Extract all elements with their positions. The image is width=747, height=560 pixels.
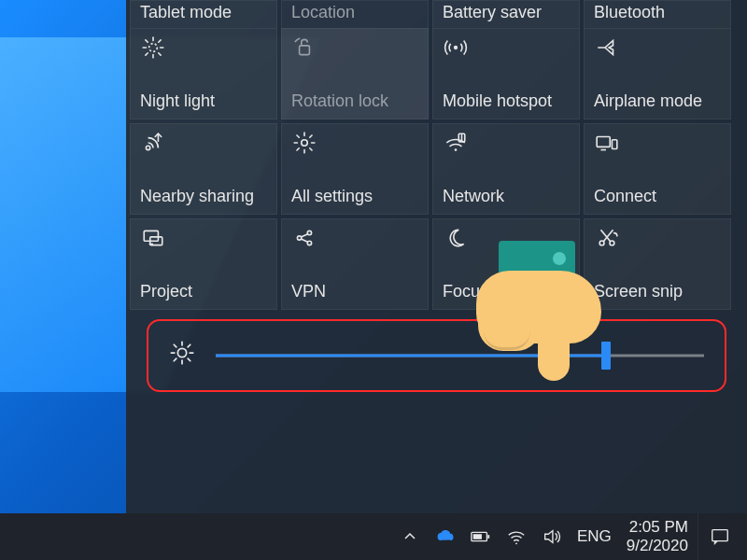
quick-action-airplane-mode[interactable]: Airplane mode xyxy=(584,28,731,119)
svg-rect-45 xyxy=(712,530,728,541)
quick-action-label: Tablet mode xyxy=(140,3,267,22)
quick-action-night-light[interactable]: Night light xyxy=(130,28,277,119)
svg-point-24 xyxy=(307,231,311,234)
svg-point-25 xyxy=(307,241,311,245)
battery-tray-icon[interactable] xyxy=(471,526,491,547)
svg-line-39 xyxy=(174,358,176,361)
quick-action-label: Nearby sharing xyxy=(140,187,267,206)
brightness-slider[interactable] xyxy=(216,346,704,365)
quick-action-all-settings[interactable]: All settings xyxy=(281,123,429,215)
svg-point-29 xyxy=(610,241,614,245)
quick-action-nearby-sharing[interactable]: Nearby sharing xyxy=(130,123,277,215)
svg-line-40 xyxy=(188,344,190,347)
quick-action-label: VPN xyxy=(291,282,418,301)
svg-point-23 xyxy=(297,236,301,240)
svg-point-10 xyxy=(454,46,458,49)
project-icon xyxy=(140,225,166,251)
tray-overflow-icon[interactable] xyxy=(400,526,420,547)
svg-point-0 xyxy=(149,44,158,52)
svg-rect-9 xyxy=(300,46,310,55)
svg-rect-17 xyxy=(597,137,610,147)
svg-rect-42 xyxy=(487,535,489,539)
quick-action-bluetooth[interactable]: Bluetooth xyxy=(584,0,731,28)
svg-line-26 xyxy=(301,234,307,237)
svg-point-13 xyxy=(302,140,308,147)
quick-action-rotation-lock[interactable]: Rotation lock xyxy=(281,28,429,119)
quick-action-label: Network xyxy=(443,187,570,206)
brightness-slider-callout xyxy=(147,319,726,392)
quick-action-project[interactable]: Project xyxy=(130,218,277,310)
svg-rect-43 xyxy=(473,534,482,539)
svg-point-14 xyxy=(455,148,458,151)
quick-action-label: All settings xyxy=(291,187,418,206)
quick-action-label: Focus assist xyxy=(443,282,570,301)
svg-line-6 xyxy=(159,53,161,55)
svg-line-27 xyxy=(301,239,307,242)
screen-snip-icon xyxy=(594,225,620,251)
airplane-icon xyxy=(594,35,620,61)
focus-assist-icon xyxy=(443,225,469,251)
svg-line-37 xyxy=(174,344,176,347)
svg-point-11 xyxy=(146,146,149,149)
nearby-sharing-icon xyxy=(140,130,166,156)
quick-action-label: Project xyxy=(140,282,267,301)
wifi-tray-icon[interactable] xyxy=(506,526,527,547)
slider-thumb[interactable] xyxy=(601,342,611,370)
volume-tray-icon[interactable] xyxy=(542,526,562,547)
night-light-icon xyxy=(140,35,166,61)
onedrive-icon[interactable] xyxy=(435,526,456,547)
quick-action-network[interactable]: Network xyxy=(432,123,580,215)
rotation-lock-icon xyxy=(291,35,317,61)
svg-rect-18 xyxy=(612,140,616,149)
svg-line-5 xyxy=(146,40,148,42)
network-icon xyxy=(443,130,469,156)
quick-action-focus-assist[interactable]: Focus assist xyxy=(432,218,580,310)
vpn-icon xyxy=(291,225,317,251)
system-tray xyxy=(400,526,562,547)
svg-point-28 xyxy=(599,241,604,245)
action-center-button[interactable] xyxy=(698,513,741,560)
quick-action-label: Battery saver xyxy=(443,3,570,22)
svg-point-44 xyxy=(515,542,517,544)
quick-action-vpn[interactable]: VPN xyxy=(281,218,429,310)
brightness-icon xyxy=(169,340,195,372)
quick-action-tablet-mode[interactable]: Tablet mode xyxy=(130,0,277,28)
quick-action-connect[interactable]: Connect xyxy=(584,123,731,215)
settings-icon xyxy=(291,130,317,156)
quick-action-label: Location xyxy=(291,3,418,22)
quick-action-screen-snip[interactable]: Screen snip xyxy=(584,218,731,310)
hotspot-icon xyxy=(443,35,469,61)
svg-line-8 xyxy=(159,40,161,42)
taskbar-clock[interactable]: 2:05 PM 9/2/2020 xyxy=(617,518,698,554)
quick-action-label: Screen snip xyxy=(594,282,721,301)
taskbar: ENG 2:05 PM 9/2/2020 xyxy=(0,513,747,560)
quick-action-location[interactable]: Location xyxy=(281,0,429,28)
quick-action-label: Night light xyxy=(140,91,267,111)
language-indicator[interactable]: ENG xyxy=(571,527,617,546)
clock-date: 9/2/2020 xyxy=(627,537,688,555)
quick-action-label: Mobile hotspot xyxy=(443,91,570,111)
svg-rect-20 xyxy=(144,231,158,241)
connect-icon xyxy=(594,130,620,156)
svg-line-38 xyxy=(188,358,190,361)
action-center-panel: Tablet modeLocationBattery saverBluetoot… xyxy=(126,0,747,513)
quick-action-label: Connect xyxy=(594,187,721,206)
clock-time: 2:05 PM xyxy=(629,518,688,537)
quick-action-label: Bluetooth xyxy=(594,3,721,22)
quick-action-mobile-hotspot[interactable]: Mobile hotspot xyxy=(432,28,580,119)
svg-line-7 xyxy=(146,53,148,55)
quick-action-battery-saver[interactable]: Battery saver xyxy=(432,0,580,28)
quick-action-label: Rotation lock xyxy=(291,91,418,111)
svg-point-32 xyxy=(177,348,186,357)
quick-action-label: Airplane mode xyxy=(594,91,721,111)
slider-fill xyxy=(216,355,606,357)
